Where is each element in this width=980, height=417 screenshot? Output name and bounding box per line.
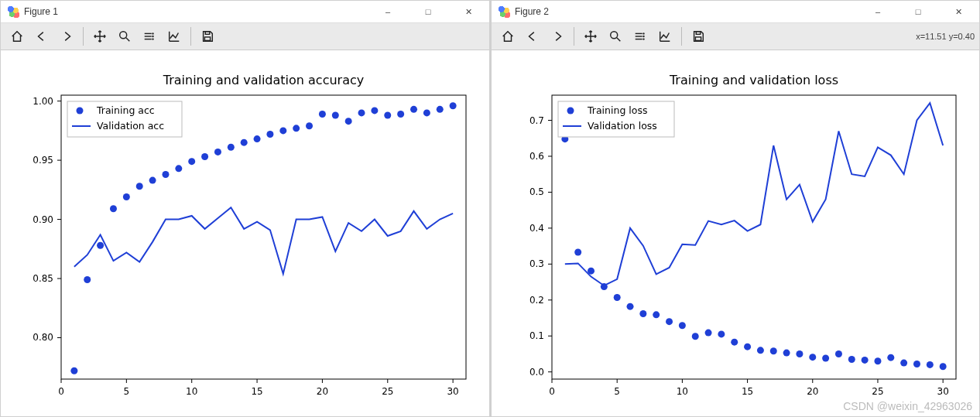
figure-window-2: Figure 2 – □ ✕ x=11.51 y=0.40 Training a… [490, 0, 980, 417]
svg-text:0.7: 0.7 [529, 115, 544, 126]
svg-point-138 [887, 354, 894, 361]
titlebar[interactable]: Figure 1 – □ ✕ [1, 1, 489, 22]
svg-point-134 [835, 350, 842, 357]
svg-point-144 [567, 108, 574, 115]
svg-text:0.6: 0.6 [529, 151, 544, 162]
svg-point-52 [279, 127, 286, 134]
svg-point-37 [84, 276, 91, 283]
svg-point-118 [627, 303, 634, 310]
chart-loss: Training and validation loss051015202530… [492, 50, 979, 416]
svg-rect-9 [204, 37, 210, 41]
forward-button[interactable] [546, 26, 569, 47]
back-button[interactable] [521, 26, 544, 47]
svg-text:0.5: 0.5 [529, 186, 544, 197]
svg-point-139 [900, 360, 907, 367]
svg-point-64 [437, 106, 444, 113]
toolbar: x=11.51 y=0.40 [492, 22, 979, 50]
axes-button[interactable] [653, 26, 677, 47]
svg-point-141 [927, 361, 934, 368]
svg-point-58 [358, 109, 365, 116]
home-button[interactable] [5, 26, 29, 47]
svg-text:0.2: 0.2 [529, 295, 544, 306]
svg-text:0.90: 0.90 [33, 214, 53, 225]
close-button[interactable]: ✕ [451, 1, 486, 22]
svg-text:1.00: 1.00 [33, 96, 53, 107]
svg-text:Training acc: Training acc [96, 104, 155, 116]
svg-text:20: 20 [807, 386, 818, 397]
home-button[interactable] [496, 26, 519, 47]
svg-point-49 [241, 139, 248, 146]
svg-text:30: 30 [937, 386, 949, 397]
svg-text:10: 10 [186, 386, 197, 397]
svg-point-77 [642, 36, 644, 37]
svg-point-39 [110, 205, 117, 212]
svg-point-47 [214, 149, 221, 156]
svg-text:25: 25 [872, 386, 883, 397]
svg-point-54 [306, 122, 313, 129]
svg-point-121 [666, 318, 673, 325]
svg-point-42 [149, 177, 156, 184]
svg-rect-79 [696, 32, 700, 35]
save-button[interactable] [196, 26, 219, 47]
svg-point-0 [120, 32, 127, 39]
svg-point-56 [332, 111, 339, 118]
svg-text:0.4: 0.4 [529, 223, 544, 234]
svg-text:15: 15 [742, 386, 753, 397]
svg-text:Validation acc: Validation acc [97, 120, 164, 132]
plot-area[interactable]: Training and validation loss051015202530… [492, 50, 979, 416]
svg-text:5: 5 [614, 386, 620, 397]
svg-point-53 [293, 125, 300, 132]
maximize-button[interactable]: □ [900, 1, 936, 22]
svg-point-41 [136, 183, 143, 190]
titlebar[interactable]: Figure 2 – □ ✕ [492, 1, 979, 22]
svg-text:15: 15 [251, 386, 262, 397]
subplots-button[interactable] [138, 26, 161, 47]
back-button[interactable] [30, 26, 53, 47]
svg-point-36 [70, 367, 77, 374]
svg-point-128 [757, 347, 764, 354]
svg-text:Validation loss: Validation loss [588, 120, 657, 132]
svg-point-130 [783, 350, 790, 357]
svg-text:0.1: 0.1 [529, 330, 544, 341]
svg-point-136 [862, 357, 869, 364]
maximize-button[interactable]: □ [410, 1, 446, 22]
svg-text:0: 0 [58, 386, 64, 397]
svg-point-142 [940, 363, 947, 370]
close-button[interactable]: ✕ [941, 1, 976, 22]
svg-point-61 [397, 111, 404, 118]
svg-line-1 [126, 38, 130, 42]
svg-rect-80 [695, 37, 701, 41]
minimize-button[interactable]: – [370, 1, 406, 22]
svg-point-51 [266, 131, 273, 138]
svg-point-5 [152, 32, 153, 34]
save-button[interactable] [687, 26, 710, 47]
svg-point-50 [254, 135, 261, 142]
subplots-button[interactable] [629, 26, 652, 47]
svg-text:30: 30 [447, 386, 458, 397]
svg-text:0.0: 0.0 [529, 367, 544, 378]
zoom-button[interactable] [113, 26, 136, 47]
toolbar [1, 22, 489, 50]
forward-button[interactable] [55, 26, 78, 47]
svg-point-124 [705, 330, 712, 337]
axes-button[interactable] [163, 26, 186, 47]
toolbar-separator [83, 27, 84, 46]
zoom-button[interactable] [604, 26, 627, 47]
svg-point-45 [188, 158, 195, 165]
plot-area[interactable]: Training and validation accuracy05101520… [1, 50, 489, 416]
app-icon [7, 5, 19, 18]
svg-point-133 [822, 355, 829, 362]
cursor-coords: x=11.51 y=0.40 [916, 32, 975, 41]
svg-point-129 [770, 347, 777, 354]
pan-button[interactable] [579, 26, 602, 47]
minimize-button[interactable]: – [860, 1, 896, 22]
chart-accuracy: Training and validation accuracy05101520… [1, 50, 489, 416]
svg-point-38 [97, 242, 104, 249]
toolbar-separator [190, 27, 191, 46]
svg-point-140 [913, 361, 920, 367]
svg-point-48 [228, 144, 235, 151]
svg-text:Training and validation accura: Training and validation accuracy [163, 73, 364, 87]
svg-text:25: 25 [382, 386, 393, 397]
svg-point-114 [574, 249, 581, 256]
pan-button[interactable] [88, 26, 111, 47]
